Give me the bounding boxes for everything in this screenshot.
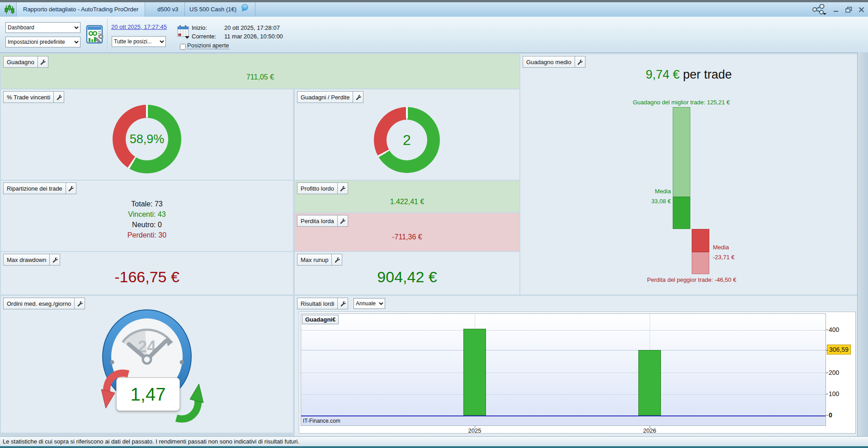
wrench-icon[interactable]	[575, 56, 585, 68]
bar-2026	[638, 350, 661, 415]
win-rate-donut-chart: 58,9%	[113, 105, 181, 173]
tab-label: Rapporto dettagliato - AutoTrading ProOr…	[23, 6, 138, 13]
wrench-icon[interactable]	[38, 56, 48, 68]
panel-perdita-lorda: Perdita lorda -711,36 €	[295, 213, 519, 251]
panel-max-runup: Max runup 904,42 €	[295, 252, 519, 294]
media-loss-label: Media	[713, 244, 729, 251]
tab-rapporto-dettagliato[interactable]: Rapporto dettagliato - AutoTrading ProOr…	[16, 2, 145, 17]
chat-bubble-icon	[241, 3, 249, 17]
avg-gain-headline: 9,74 € per trade	[520, 68, 857, 82]
panel-profitto-lordo: Profitto lordo 1.422,41 €	[295, 181, 519, 212]
panel-profitto-lordo-title: Profitto lordo	[297, 182, 338, 194]
title-bar: Rapporto dettagliato - AutoTrading ProOr…	[0, 2, 868, 17]
inizio-label: Inizio:	[192, 24, 207, 31]
neutro-row: Neutro: 0	[1, 219, 293, 230]
panel-guadagni-perdite-title: Guadagni / Perdite	[297, 91, 353, 103]
it-finance-watermark: IT-Finance.com	[303, 418, 340, 424]
waterfall-best-trade-bar	[673, 107, 690, 197]
candlestick-chart-icon	[4, 5, 15, 16]
guadagno-value: 711,05 €	[1, 73, 519, 81]
panel-guadagno-medio-title: Guadagno medio	[523, 56, 575, 68]
year-label-2025: 2025	[452, 427, 497, 434]
open-positions-label: Posizioni aperte	[187, 42, 229, 49]
media-win-value: 33,08 €	[601, 198, 671, 205]
axis-current-value-chip: 306,59	[827, 345, 851, 355]
panel-guadagni-perdite: Guadagni / Perdite 2	[295, 89, 519, 180]
report-settings-icon[interactable]	[86, 24, 104, 47]
panel-guadagno-title: Guadagno	[3, 56, 38, 68]
red-down-arrow-icon	[101, 369, 130, 414]
panel-max-drawdown-title: Max drawdown	[3, 254, 50, 266]
worst-trade-label: Perdita del peggior trade: -46,50 €	[524, 276, 859, 283]
panel-trade-vincenti: % Trade vincenti 58,9%	[1, 89, 293, 180]
profit-loss-ratio-donut-chart: 2	[374, 107, 440, 173]
series-label-chip: Guadagni€	[302, 315, 339, 324]
calendar-icon[interactable]	[177, 25, 190, 41]
inizio-value: 20 ott 2025, 17:28:07	[224, 24, 280, 31]
axis-label-200: 200	[829, 369, 839, 376]
disclaimer-text: Le statistiche di cui sopra si riferisco…	[3, 438, 299, 445]
bar-2025	[463, 329, 486, 415]
app-window: Rapporto dettagliato - AutoTrading ProOr…	[0, 0, 868, 448]
axis-tick	[826, 330, 828, 330]
close-icon[interactable]	[857, 5, 865, 14]
panel-risultati-lordi-title: Risultati lordi	[297, 298, 338, 309]
wrench-icon[interactable]	[75, 298, 85, 309]
axis-label-0: 0	[829, 411, 832, 419]
media-loss-value: -23,71 €	[713, 254, 735, 261]
tab-d500-v3[interactable]: d500 v3	[151, 2, 185, 17]
chart-zero-band	[301, 416, 826, 426]
wrench-icon[interactable]	[332, 254, 342, 266]
waterfall-avg-loss-bar	[692, 229, 709, 252]
wrench-icon[interactable]	[54, 91, 64, 103]
vincenti-row: Vincenti: 43	[1, 209, 293, 219]
panel-max-drawdown: Max drawdown -166,75 €	[1, 252, 293, 294]
positions-filter-select[interactable]: Tutte le posizi...	[112, 36, 166, 47]
wrench-icon[interactable]	[338, 215, 348, 227]
panel-guadagno: Guadagno 711,05 €	[1, 54, 519, 89]
wrench-icon[interactable]	[353, 91, 363, 103]
panel-trade-vincenti-title: % Trade vincenti	[3, 91, 54, 103]
axis-label-400: 400	[829, 326, 839, 333]
window-controls	[811, 2, 865, 17]
panel-ripartizione-title: Ripartizione dei trade	[3, 182, 66, 194]
wrench-icon[interactable]	[66, 182, 76, 194]
year-label-2026: 2026	[627, 427, 672, 434]
corrente-label: Corrente:	[192, 33, 216, 40]
view-select[interactable]: Dashboard	[5, 22, 80, 33]
green-up-arrow-icon	[175, 380, 203, 425]
profitto-lordo-value: 1.422,41 €	[295, 198, 519, 206]
axis-label-100: 100	[829, 390, 839, 397]
axis-tick	[826, 394, 828, 394]
panel-perdita-lorda-title: Perdita lorda	[297, 215, 338, 227]
wrench-icon[interactable]	[50, 254, 60, 266]
window-bottom-edge	[0, 446, 868, 448]
minimize-icon[interactable]	[832, 5, 840, 14]
wrench-icon[interactable]	[338, 182, 348, 194]
max-drawdown-value: -166,75 €	[1, 268, 293, 286]
chart-plot-area	[301, 314, 826, 415]
settings-preset-select[interactable]: Impostazioni predefinite	[5, 37, 80, 47]
panel-max-runup-title: Max runup	[297, 254, 332, 266]
wrench-icon[interactable]	[338, 298, 348, 309]
disclaimer-bar: Le statistiche di cui sopra si riferisco…	[0, 436, 868, 446]
axis-tick	[826, 373, 828, 373]
corrente-value: 11 mar 2026, 10:50:00	[224, 33, 283, 40]
share-icon[interactable]	[811, 5, 827, 14]
panel-ordini-title: Ordini med. eseg./giorno	[3, 298, 75, 309]
avg-gain-suffix: per trade	[679, 68, 732, 81]
tab-label: d500 v3	[157, 6, 178, 13]
tab-us500-cash[interactable]: US 500 Cash (1€)	[183, 2, 255, 17]
report-time-link[interactable]: 20 ott 2025, 17:27:45	[111, 23, 167, 30]
perdenti-row: Perdenti: 30	[1, 230, 293, 240]
best-trade-label: Guadagno del miglior trade: 125,21 €	[520, 99, 842, 106]
waterfall-avg-win-bar	[673, 197, 690, 229]
media-win-label: Media	[601, 188, 671, 195]
perdita-lorda-value: -711,36 €	[295, 233, 519, 241]
open-positions-checkbox[interactable]	[180, 44, 186, 50]
toolbar: Dashboard Impostazioni predefinite	[0, 17, 868, 53]
period-select[interactable]: Annuale	[354, 298, 385, 309]
vertical-scrollbar[interactable]	[857, 52, 868, 436]
restore-icon[interactable]	[844, 5, 853, 14]
win-rate-value: 58,9%	[130, 132, 165, 146]
